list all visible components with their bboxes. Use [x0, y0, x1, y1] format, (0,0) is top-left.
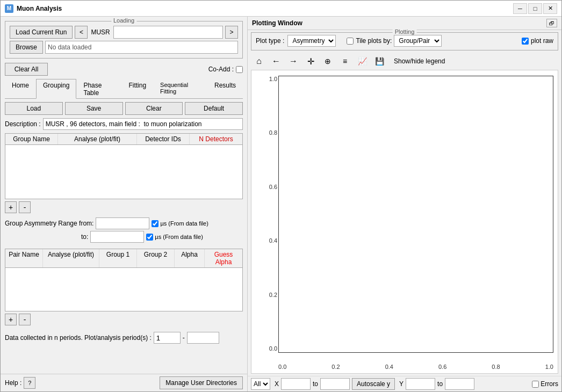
x-from-input[interactable] [281, 378, 311, 390]
us-from-label: µs (From data file) [160, 220, 208, 227]
prev-run-button[interactable]: < [75, 26, 88, 39]
tab-home[interactable]: Home [5, 79, 36, 99]
close-button[interactable]: ✕ [543, 3, 557, 14]
back-tool-button[interactable]: ← [268, 54, 284, 69]
y-axis-tick-0.0: 0.0 [269, 345, 277, 352]
grouping-clear-button[interactable]: Clear [125, 102, 183, 115]
us-from-section: µs (From data file) [152, 220, 208, 227]
y-axis-tick-0.4: 0.4 [269, 237, 277, 244]
grouping-content: Load Save Clear Default Description : Gr… [1, 99, 247, 374]
y-axis-tick-1.0: 1.0 [269, 76, 277, 82]
pair-remove-button[interactable]: - [19, 314, 31, 325]
tab-sequential-fitting[interactable]: Sequential Fitting [153, 79, 207, 99]
col-analyse: Analyse (plot/fit) [58, 134, 137, 144]
x-axis-tick-0.2: 0.2 [332, 364, 340, 370]
toolbar: ⌂ ← → ✛ ⊕ ≡ 📈 💾 Show/hide legend [248, 53, 561, 70]
y-axis-tick-0.8: 0.8 [269, 129, 277, 136]
plot-raw-label: plot raw [531, 37, 553, 45]
col-n-detectors: N Detectors [190, 134, 242, 144]
plot-type-label: Plot type : [256, 37, 284, 45]
home-tool-button[interactable]: ⌂ [251, 54, 267, 69]
coadd-checkbox[interactable] [236, 66, 243, 73]
coadd-section: Co-Add : [208, 66, 243, 73]
errors-section: Errors [532, 380, 558, 388]
group-remove-button[interactable]: - [19, 201, 31, 213]
autoscale-y-button[interactable]: Autoscale y [352, 378, 395, 390]
y-to-input[interactable] [445, 378, 474, 390]
group-add-button[interactable]: + [5, 201, 17, 213]
asym-to-label: to: [5, 233, 88, 241]
us-to-checkbox[interactable] [146, 234, 153, 241]
plot-type-select[interactable]: Asymmetry Counts Logarithm [287, 35, 336, 47]
x-to-label: to [313, 380, 318, 388]
zoom-tool-button[interactable]: ⊕ [320, 54, 336, 69]
tab-phase-table[interactable]: Phase Table [76, 79, 121, 99]
errors-checkbox[interactable] [532, 381, 539, 388]
tab-grouping[interactable]: Grouping [36, 79, 76, 99]
loading-row2: Browse No data loaded [10, 41, 238, 54]
x-axis-tick-0.4: 0.4 [385, 364, 393, 370]
data-tool-button[interactable]: 📈 [354, 54, 370, 69]
load-current-run-button[interactable]: Load Current Run [10, 26, 73, 39]
pair-add-button[interactable]: + [5, 314, 17, 325]
save-tool-button[interactable]: 💾 [371, 54, 387, 69]
plot-box [278, 76, 553, 353]
plot-raw-checkbox[interactable] [522, 38, 529, 45]
periods-label: Data collected in n periods. Plot/analys… [5, 334, 152, 342]
config-tool-button[interactable]: ≡ [337, 54, 353, 69]
asym-from-input[interactable] [96, 217, 149, 229]
clear-coadd-row: Clear All Co-Add : [5, 63, 243, 76]
tab-results[interactable]: Results [207, 79, 243, 99]
asym-from-row: Group Asymmetry Range from: µs (From dat… [5, 217, 243, 229]
tile-plots-select[interactable]: Group/Pair Run None [394, 35, 442, 47]
x-to-input[interactable] [320, 378, 350, 390]
col-pair-analyse: Analyse (plot/fit) [43, 249, 99, 267]
window-title: Muon Analysis [17, 5, 510, 12]
asym-to-input[interactable] [90, 231, 144, 243]
us-to-section: µs (From data file) [146, 234, 203, 241]
y-label: Y [399, 380, 404, 388]
grouping-save-button[interactable]: Save [65, 102, 123, 115]
run-number-input[interactable] [113, 26, 223, 39]
app-icon: M [5, 4, 13, 13]
x-axis-tick-1.0: 1.0 [545, 364, 553, 370]
group-table-header: Group Name Analyse (plot/fit) Detector I… [5, 134, 242, 145]
maximize-button[interactable]: □ [528, 3, 542, 14]
tile-plots-checkbox[interactable] [347, 38, 354, 45]
x-axis: 0.0 0.2 0.4 0.6 0.8 1.0 [278, 364, 553, 370]
instrument-label: MUSR [90, 28, 111, 36]
period-end-input[interactable] [187, 332, 219, 344]
y-from-input[interactable] [406, 378, 435, 390]
periods-row: Data collected in n periods. Plot/analys… [5, 332, 243, 344]
pair-add-remove-row: + - [5, 314, 243, 325]
browse-button[interactable]: Browse [10, 41, 43, 54]
clear-all-button[interactable]: Clear All [5, 63, 48, 76]
grouping-load-button[interactable]: Load [5, 102, 63, 115]
all-select[interactable]: All [251, 378, 270, 390]
description-input[interactable] [43, 118, 243, 130]
help-button[interactable]: ? [24, 377, 35, 389]
plotting-window-restore-button[interactable]: 🗗 [546, 19, 557, 27]
col-group2: Group 2 [137, 249, 175, 267]
show-hide-legend-button[interactable]: Show/hide legend [391, 56, 448, 66]
asym-to-row: to: µs (From data file) [5, 231, 243, 243]
minimize-button[interactable]: ─ [513, 3, 527, 14]
help-label: Help : [5, 379, 21, 387]
plot-controls-row: Plot type : Asymmetry Counts Logarithm T… [256, 35, 553, 47]
main-window: M Muon Analysis ─ □ ✕ Loading Load Curre… [0, 0, 562, 392]
forward-tool-button[interactable]: → [285, 54, 301, 69]
next-run-button[interactable]: > [225, 26, 238, 39]
loading-group: Loading Load Current Run < MUSR > Browse… [5, 21, 243, 59]
us-from-checkbox[interactable] [152, 220, 158, 227]
y-axis-tick-0.6: 0.6 [269, 184, 277, 190]
manage-user-directories-button[interactable]: Manage User Directories [160, 376, 243, 389]
pair-table-header: Pair Name Analyse (plot/fit) Group 1 Gro… [5, 249, 242, 268]
chart-inner: 1.0 0.8 0.6 0.4 0.2 0.0 0.0 0.2 0.4 0 [251, 70, 558, 373]
pan-tool-button[interactable]: ✛ [302, 54, 319, 69]
period-start-input[interactable] [154, 332, 181, 344]
title-bar: M Muon Analysis ─ □ ✕ [1, 1, 561, 17]
tab-fitting[interactable]: Fitting [121, 79, 153, 99]
asym-from-label: Group Asymmetry Range from: [5, 220, 93, 227]
plot-controls: Plotting Plot type : Asymmetry Counts Lo… [251, 32, 558, 50]
grouping-default-button[interactable]: Default [185, 102, 243, 115]
